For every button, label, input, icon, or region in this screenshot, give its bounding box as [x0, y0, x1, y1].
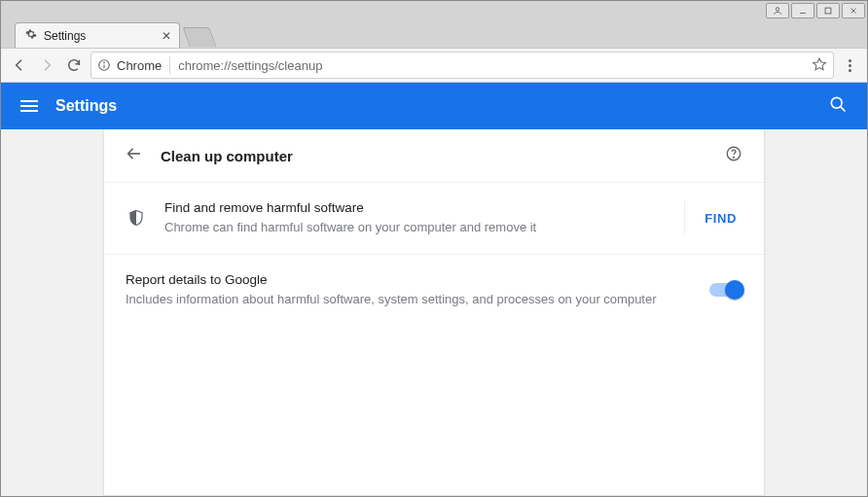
omnibox-divider	[169, 56, 170, 74]
bookmark-star-icon[interactable]	[812, 56, 827, 75]
content-area: Settings Clean up computer	[1, 83, 867, 496]
tab-strip: Settings ✕	[1, 20, 867, 48]
row-secondary-text: Chrome can find harmful software on your…	[164, 219, 667, 236]
tab-title: Settings	[44, 29, 86, 43]
maximize-button[interactable]	[816, 3, 840, 18]
shield-icon	[126, 209, 147, 227]
settings-card: Clean up computer Find and remove harmfu…	[103, 129, 765, 496]
svg-marker-8	[814, 58, 826, 70]
reload-button[interactable]	[63, 54, 85, 76]
settings-body: Clean up computer Find and remove harmfu…	[1, 129, 867, 496]
browser-toolbar: Chrome	[1, 48, 867, 83]
arrow-left-icon[interactable]	[126, 145, 143, 166]
hamburger-icon[interactable]	[20, 100, 38, 112]
toggle-knob	[725, 280, 744, 300]
row-primary-text: Report details to Google	[126, 272, 692, 287]
find-button[interactable]: FIND	[684, 201, 742, 235]
secure-label: Chrome	[117, 58, 162, 73]
browser-window: Settings ✕ Chrome	[0, 0, 868, 497]
info-icon	[97, 58, 111, 72]
user-icon[interactable]	[766, 3, 789, 18]
back-button[interactable]	[9, 54, 30, 76]
svg-point-9	[831, 97, 842, 108]
tab-settings[interactable]: Settings ✕	[15, 22, 180, 48]
gear-icon	[25, 28, 37, 43]
help-icon[interactable]	[725, 145, 742, 166]
search-icon[interactable]	[828, 94, 848, 118]
row-find-harmful: Find and remove harmful software Chrome …	[104, 182, 764, 254]
svg-point-0	[776, 8, 778, 11]
settings-header: Settings	[1, 83, 867, 129]
svg-line-10	[841, 107, 846, 112]
new-tab-button[interactable]	[182, 27, 216, 47]
svg-point-7	[104, 62, 105, 63]
card-header: Clean up computer	[104, 129, 764, 182]
site-info[interactable]: Chrome	[97, 58, 162, 73]
minimize-button[interactable]	[791, 3, 814, 18]
browser-menu-button[interactable]	[840, 59, 859, 72]
settings-title: Settings	[55, 97, 117, 115]
forward-button[interactable]	[36, 54, 57, 76]
os-titlebar	[1, 1, 867, 20]
section-title: Clean up computer	[161, 148, 293, 164]
row-primary-text: Find and remove harmful software	[164, 200, 667, 215]
close-window-button[interactable]	[842, 3, 865, 18]
report-toggle[interactable]	[709, 283, 742, 297]
svg-rect-2	[825, 8, 831, 14]
address-bar[interactable]: Chrome	[90, 52, 834, 79]
svg-point-13	[734, 157, 735, 158]
url-input[interactable]	[178, 58, 804, 73]
row-secondary-text: Includes information about harmful softw…	[126, 291, 692, 308]
close-tab-icon[interactable]: ✕	[162, 29, 171, 43]
row-report-details: Report details to Google Includes inform…	[104, 254, 764, 326]
